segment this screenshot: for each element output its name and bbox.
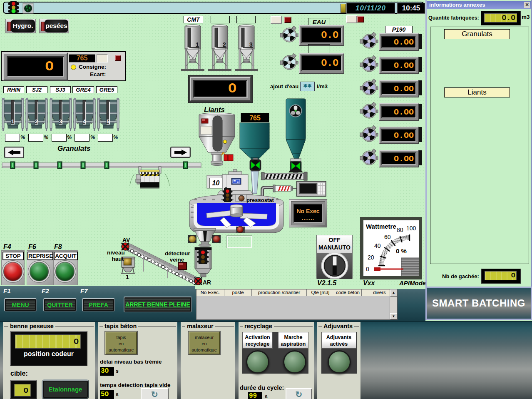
svg-text:1: 1 [196,41,199,48]
svg-text:80: 80 [397,227,403,233]
svg-text:2: 2 [223,41,226,48]
svg-text:3: 3 [59,118,62,125]
svg-text:2: 2 [35,118,38,125]
svg-text:3: 3 [249,41,253,48]
svg-text:20: 20 [368,254,374,261]
svg-text:4: 4 [83,118,86,125]
svg-text:Wattmetre: Wattmetre [366,223,396,230]
svg-text:5: 5 [107,118,109,125]
svg-text:0: 0 [366,266,369,272]
svg-text:60: 60 [384,234,391,240]
svg-text:0 %: 0 % [396,247,407,254]
svg-text:100: 100 [406,225,416,232]
svg-text:1: 1 [11,118,14,125]
svg-text:40: 40 [374,242,381,249]
